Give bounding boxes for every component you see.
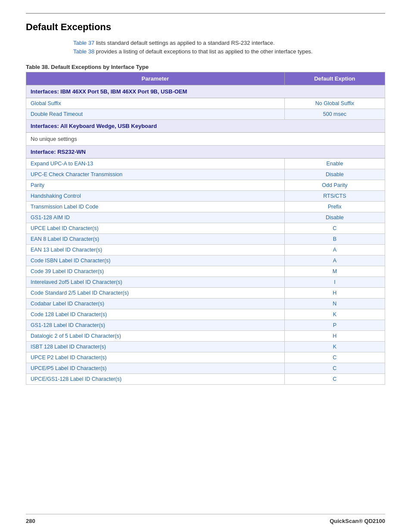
param-cell: Interelaved 2of5 Label ID Character(s) [26,277,285,288]
value-cell: C [284,363,385,374]
value-cell: B [284,234,385,245]
table-row: Code 128 Label ID Character(s)K [26,309,385,320]
table-row: GS1-128 AIM IDDisable [26,212,385,223]
value-cell: Odd Parity [284,180,385,191]
param-cell: UPC-E Check Character Transmission [26,169,285,180]
section-header-row: Interfaces: IBM 46XX Port 5B, IBM 46XX P… [26,85,385,98]
table-row: UPCE Label ID Character(s)C [26,223,385,234]
value-cell: A [284,245,385,255]
table-header-row: Parameter Default Exption [26,72,385,85]
table-row: Interelaved 2of5 Label ID Character(s)I [26,277,385,288]
footer-page-number: 280 [26,518,35,524]
value-cell: N [284,299,385,309]
param-cell: Datalogic 2 of 5 Label ID Character(s) [26,331,285,342]
value-cell: Enable [284,159,385,169]
intro-line2-post: provides a listing of default exceptions… [94,48,313,55]
table-caption: Table 38. Default Exceptions by Interfac… [26,64,385,70]
table37-link[interactable]: Table 37 [73,40,94,46]
value-cell: No Global Suffix [284,98,385,109]
param-cell: Code Standard 2/5 Label ID Character(s) [26,288,285,299]
value-cell: P [284,320,385,331]
page-title: Default Exceptions [26,22,385,33]
param-cell: EAN 8 Label ID Character(s) [26,234,285,245]
table-row: Handshaking ControlRTS/CTS [26,191,385,202]
table-row: UPCE P2 Label ID Character(s)C [26,352,385,363]
table-row: Codabar Label ID Character(s)N [26,299,385,309]
table-row: Double Read Timeout500 msec [26,109,385,120]
value-cell: RTS/CTS [284,191,385,202]
param-cell: ISBT 128 Label ID Character(s) [26,342,285,352]
param-cell: Expand UPC-A to EAN-13 [26,159,285,169]
value-cell: Disable [284,212,385,223]
param-cell: Global Suffix [26,98,285,109]
table-row: Code Standard 2/5 Label ID Character(s)H [26,288,385,299]
value-cell: Disable [284,169,385,180]
table-row: EAN 8 Label ID Character(s)B [26,234,385,245]
value-cell: K [284,309,385,320]
section-header-row: Interface: RS232-WN [26,146,385,159]
value-cell: I [284,277,385,288]
top-border [26,13,385,14]
intro-line1-post: lists standard default settings as appli… [94,40,274,46]
table-row: GS1-128 Label ID Character(s)P [26,320,385,331]
no-unique-row: No unique settings [26,133,385,146]
param-cell: Codabar Label ID Character(s) [26,299,285,309]
table-row: Transmission Label ID CodePrefix [26,202,385,212]
intro-text: Table 37 lists standard default settings… [73,39,385,56]
table-row: Expand UPC-A to EAN-13Enable [26,159,385,169]
value-cell: A [284,255,385,266]
value-cell: M [284,266,385,277]
param-cell: Handshaking Control [26,191,285,202]
table-row: ISBT 128 Label ID Character(s)K [26,342,385,352]
footer: 280 QuickScan® QD2100 [26,514,385,524]
table-row: UPC-E Check Character TransmissionDisabl… [26,169,385,180]
table-row: Code 39 Label ID Character(s)M [26,266,385,277]
value-cell: H [284,288,385,299]
param-cell: Code 128 Label ID Character(s) [26,309,285,320]
no-unique-cell: No unique settings [26,133,385,146]
param-cell: Parity [26,180,285,191]
section-header-row: Interfaces: All Keyboard Wedge, USB Keyb… [26,120,385,133]
table38-link[interactable]: Table 38 [73,48,94,55]
value-cell: C [284,352,385,363]
value-cell: K [284,342,385,352]
value-cell: Prefix [284,202,385,212]
param-cell: Code 39 Label ID Character(s) [26,266,285,277]
param-cell: GS1-128 Label ID Character(s) [26,320,285,331]
value-cell: H [284,331,385,342]
section-header-cell: Interfaces: All Keyboard Wedge, USB Keyb… [26,120,385,133]
value-cell: C [284,223,385,234]
param-cell: UPCE/P5 Label ID Character(s) [26,363,285,374]
table-row: EAN 13 Label ID Character(s)A [26,245,385,255]
data-table: Parameter Default Exption Interfaces: IB… [26,72,385,385]
param-cell: UPCE P2 Label ID Character(s) [26,352,285,363]
table-row: ParityOdd Parity [26,180,385,191]
param-cell: Transmission Label ID Code [26,202,285,212]
param-header: Parameter [26,72,285,85]
section-header-cell: Interface: RS232-WN [26,146,385,159]
default-header: Default Exption [284,72,385,85]
footer-product-name: QuickScan® QD2100 [330,518,385,524]
table-row: Datalogic 2 of 5 Label ID Character(s)H [26,331,385,342]
table-row: Global SuffixNo Global Suffix [26,98,385,109]
table-row: UPCE/P5 Label ID Character(s)C [26,363,385,374]
section-header-cell: Interfaces: IBM 46XX Port 5B, IBM 46XX P… [26,85,385,98]
table-row: UPCE/GS1-128 Label ID Character(s)C [26,374,385,385]
value-cell: 500 msec [284,109,385,120]
param-cell: Code ISBN Label ID Character(s) [26,255,285,266]
param-cell: UPCE/GS1-128 Label ID Character(s) [26,374,285,385]
param-cell: Double Read Timeout [26,109,285,120]
param-cell: GS1-128 AIM ID [26,212,285,223]
table-row: Code ISBN Label ID Character(s)A [26,255,385,266]
param-cell: UPCE Label ID Character(s) [26,223,285,234]
value-cell: C [284,374,385,385]
param-cell: EAN 13 Label ID Character(s) [26,245,285,255]
page: Default Exceptions Table 37 lists standa… [0,0,411,532]
